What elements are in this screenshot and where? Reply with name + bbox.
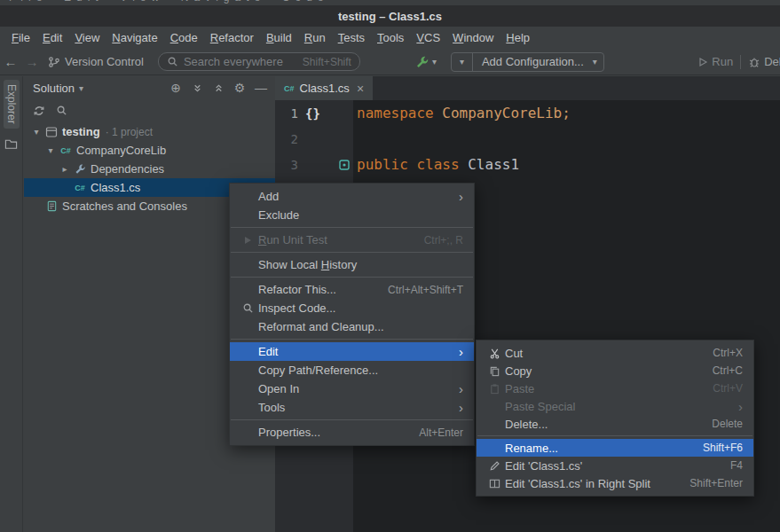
tab-class1cs[interactable]: C# Class1.cs × — [275, 76, 373, 100]
submenu-arrow-icon: › — [459, 345, 463, 358]
solution-view-chevron-icon[interactable]: ▾ — [79, 83, 83, 93]
menu-item-refactor-this[interactable]: Refactor This...Ctrl+Alt+Shift+T — [230, 280, 474, 299]
menu-item-tools[interactable]: Tools› — [230, 398, 474, 417]
git-branch-icon — [48, 56, 60, 68]
tree-item-label: Class1.cs — [91, 181, 140, 194]
mnemonic: W — [453, 31, 463, 44]
menu-item-label: Run Unit Test — [258, 233, 327, 246]
line-number: 3 — [275, 158, 298, 172]
menu-item-rename[interactable]: Rename...Shift+F6 — [477, 439, 753, 457]
menu-item-label: Rename... — [505, 442, 558, 455]
forward-icon[interactable]: → — [21, 54, 43, 69]
version-control-widget[interactable]: Version Control — [48, 55, 144, 68]
menubar-item-tests[interactable]: Tests — [332, 31, 371, 44]
menu-item-edit-class1-cs[interactable]: Edit 'Class1.cs'F4 — [477, 457, 753, 474]
explorer-tool-button[interactable]: Explorer — [4, 80, 20, 129]
menu-item-label: Copy — [505, 364, 532, 378]
menubar-item-navigate[interactable]: Navigate — [106, 31, 163, 44]
tree-expanded-chevron-icon: ▾ — [43, 145, 58, 155]
menu-item-reformat-and-cleanup[interactable]: Reformat and Cleanup... — [230, 317, 474, 336]
code-text: namespace CompanyCoreLib; — [353, 105, 571, 121]
menubar-item-tools[interactable]: Tools — [371, 31, 410, 44]
menu-item-label: Reformat and Cleanup... — [258, 320, 384, 333]
menu-item-properties[interactable]: Properties...Alt+Enter — [230, 423, 474, 442]
bottom-tool-icon[interactable] — [4, 511, 19, 525]
locate-file-icon[interactable]: ⊕ — [165, 78, 186, 98]
menubar-item-edit[interactable]: Edit — [36, 31, 68, 44]
submenu-arrow-icon: › — [459, 190, 463, 203]
config-expander-icon[interactable]: ▾ — [452, 53, 473, 71]
code-folding-braces: {} — [305, 106, 320, 121]
sync-icon[interactable] — [33, 105, 45, 117]
menu-item-label: Cut — [505, 347, 523, 360]
tree-item-testing[interactable]: ▾testing· 1 project — [24, 122, 275, 141]
filter-search-icon[interactable] — [56, 105, 67, 116]
submenu-arrow-icon: › — [459, 401, 463, 414]
tree-item-dependencies[interactable]: ▸Dependencies — [24, 160, 275, 178]
tree-item-meta: · 1 project — [106, 126, 153, 138]
menu-item-label: Refactor This... — [258, 283, 336, 296]
menubar-item-vcs[interactable]: VCS — [410, 31, 446, 44]
editor-tab-bar: C# Class1.cs × — [275, 76, 780, 100]
menu-item-add[interactable]: Add› — [230, 187, 474, 206]
menubar-item-code[interactable]: Code — [164, 31, 204, 44]
folder-icon[interactable] — [4, 137, 18, 151]
copy-icon — [484, 365, 505, 377]
menu-item-open-in[interactable]: Open In› — [230, 379, 474, 398]
menu-item-copy-path-reference[interactable]: Copy Path/Reference... — [230, 361, 474, 379]
menubar-item-help[interactable]: Help — [500, 31, 536, 44]
menu-item-paste[interactable]: PasteCtrl+V — [477, 379, 753, 397]
pencil-icon — [484, 460, 505, 472]
gutter-cell: {} — [298, 100, 353, 126]
menu-item-delete[interactable]: Delete...Delete — [477, 415, 753, 433]
panel-header-icons: ⊕ ⚙ — — [165, 78, 272, 98]
tree-item-companycorelib[interactable]: ▾C#CompanyCoreLib — [24, 141, 275, 160]
edit-submenu: CutCtrl+XCopyCtrl+CPasteCtrl+VPaste Spec… — [476, 340, 754, 497]
settings-gear-icon[interactable]: ⚙ — [229, 78, 250, 98]
search-everywhere-field[interactable]: Search everywhere Shift+Shift — [158, 52, 360, 71]
search-shortcut-hint: Shift+Shift — [303, 56, 351, 68]
hide-panel-icon[interactable]: — — [250, 78, 272, 98]
search-placeholder: Search everywhere — [184, 55, 297, 68]
menu-item-inspect-code[interactable]: Inspect Code... — [230, 299, 474, 317]
tree-expanded-chevron-icon: ▾ — [29, 127, 43, 137]
run-configuration-select[interactable]: ▾ Add Configuration... ▾ — [451, 52, 604, 72]
run-button[interactable]: Run — [697, 55, 733, 68]
menu-item-shortcut: Ctrl+V — [691, 382, 743, 395]
menu-separator — [477, 435, 752, 436]
code-line-1[interactable]: 1{}namespace CompanyCoreLib; — [275, 100, 780, 126]
solution-icon — [43, 126, 59, 138]
menu-item-edit[interactable]: Edit› — [230, 342, 474, 361]
solution-view-title[interactable]: Solution — [33, 82, 75, 95]
menu-item-shortcut: Ctrl+X — [691, 347, 743, 359]
menubar-item-file[interactable]: File — [5, 31, 36, 44]
menu-item-run-unit-test[interactable]: Run Unit TestCtrl+;, R — [230, 231, 474, 249]
menubar-item-refactor[interactable]: Refactor — [204, 31, 260, 44]
menu-item-exclude[interactable]: Exclude — [230, 206, 474, 224]
mnemonic: C — [170, 31, 178, 44]
collapse-all-icon[interactable] — [208, 78, 229, 98]
menu-item-label: Edit 'Class1.cs' — [505, 459, 582, 473]
code-line-3[interactable]: 3public class Class1 — [275, 152, 780, 177]
menubar-item-run[interactable]: Run — [298, 31, 332, 44]
menubar-item-build[interactable]: Build — [260, 31, 298, 44]
menu-item-shortcut: Ctrl+;, R — [403, 234, 463, 246]
menubar-item-view[interactable]: View — [68, 31, 106, 44]
add-configuration-label: Add Configuration... — [473, 55, 593, 68]
menu-item-paste-special[interactable]: Paste Special› — [477, 397, 753, 415]
menu-item-cut[interactable]: CutCtrl+X — [477, 344, 753, 362]
menu-item-copy[interactable]: CopyCtrl+C — [477, 362, 753, 379]
gutter-cell — [298, 126, 353, 152]
expand-all-icon[interactable] — [186, 78, 208, 98]
back-icon[interactable]: ← — [0, 54, 21, 69]
code-line-2[interactable]: 2 — [275, 126, 780, 152]
menubar-item-window[interactable]: Window — [446, 31, 500, 44]
build-tools-button[interactable]: ▾ — [415, 55, 437, 69]
menu-item-show-local-history[interactable]: Show Local History — [230, 255, 474, 274]
close-tab-icon[interactable]: × — [357, 82, 364, 96]
menu-item-edit-class1-cs-in-right-split[interactable]: Edit 'Class1.cs' in Right SplitShift+Ent… — [477, 474, 753, 492]
menu-item-label: Edit 'Class1.cs' in Right Split — [505, 477, 650, 490]
code-text: public class Class1 — [353, 156, 519, 173]
menu-separator — [231, 252, 473, 253]
debug-button[interactable]: Deb — [748, 55, 780, 68]
